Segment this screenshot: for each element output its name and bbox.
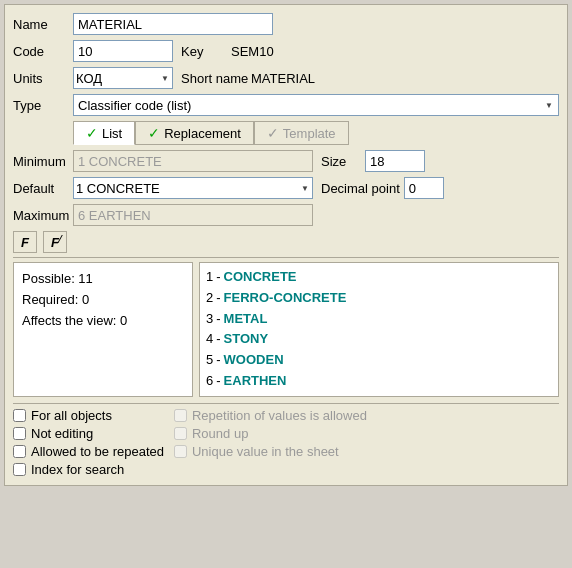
list-check-icon: ✓	[86, 125, 98, 141]
units-select[interactable]: КОД	[73, 67, 173, 89]
checkboxes-section: For all objects Not editing Allowed to b…	[13, 408, 559, 477]
f-button[interactable]: F	[13, 231, 37, 253]
name-row: Name	[13, 13, 559, 35]
checkboxes-right-col: Repetition of values is allowed Round up…	[174, 408, 367, 477]
round-up-row: Round up	[174, 426, 367, 441]
items-list: 1 - CONCRETE 2 - FERRO-CONCRETE 3 - META…	[199, 262, 559, 397]
f-slash-button[interactable]: F⁄	[43, 231, 67, 253]
possible-box: Possible: 11 Required: 0 Affects the vie…	[13, 262, 193, 397]
not-editing-label: Not editing	[31, 426, 93, 441]
tab-replacement-label: Replacement	[164, 126, 241, 141]
repetition-label: Repetition of values is allowed	[192, 408, 367, 423]
short-name-label: Short name	[181, 71, 251, 86]
minimum-row: Minimum Size	[13, 150, 559, 172]
not-editing-row[interactable]: Not editing	[13, 426, 164, 441]
possible-count: Possible: 11	[22, 269, 184, 290]
bottom-section: Possible: 11 Required: 0 Affects the vie…	[13, 262, 559, 397]
maximum-input	[73, 204, 313, 226]
minimum-label: Minimum	[13, 154, 73, 169]
code-label: Code	[13, 44, 73, 59]
required-count: Required: 0	[22, 290, 184, 311]
decimal-point-input[interactable]	[404, 177, 444, 199]
repetition-row: Repetition of values is allowed	[174, 408, 367, 423]
allowed-repeated-checkbox[interactable]	[13, 445, 26, 458]
tab-template-label: Template	[283, 126, 336, 141]
unique-value-checkbox	[174, 445, 187, 458]
index-search-row[interactable]: Index for search	[13, 462, 164, 477]
repetition-checkbox	[174, 409, 187, 422]
tab-list-label: List	[102, 126, 122, 141]
list-item: 4 - STONY	[206, 329, 552, 350]
size-label: Size	[321, 154, 361, 169]
type-label: Type	[13, 98, 73, 113]
unique-value-row: Unique value in the sheet	[174, 444, 367, 459]
default-select[interactable]: 1 CONCRETE	[73, 177, 313, 199]
list-item: 1 - CONCRETE	[206, 267, 552, 288]
list-item: 2 - FERRO-CONCRETE	[206, 288, 552, 309]
minimum-input	[73, 150, 313, 172]
index-search-label: Index for search	[31, 462, 124, 477]
f-slash-icon: F⁄	[51, 235, 59, 250]
template-check-icon: ✓	[267, 125, 279, 141]
units-label: Units	[13, 71, 73, 86]
type-row: Type Classifier code (list)	[13, 94, 559, 116]
default-label: Default	[13, 181, 73, 196]
separator	[13, 257, 559, 258]
main-panel: Name Code Key SEM10 Units КОД Short name…	[4, 4, 568, 486]
not-editing-checkbox[interactable]	[13, 427, 26, 440]
separator-2	[13, 403, 559, 404]
for-all-objects-label: For all objects	[31, 408, 112, 423]
name-input[interactable]	[73, 13, 273, 35]
index-search-checkbox[interactable]	[13, 463, 26, 476]
round-up-label: Round up	[192, 426, 248, 441]
tab-list-button[interactable]: ✓ List	[73, 121, 135, 145]
tab-replacement-button[interactable]: ✓ Replacement	[135, 121, 254, 145]
for-all-objects-checkbox[interactable]	[13, 409, 26, 422]
for-all-objects-row[interactable]: For all objects	[13, 408, 164, 423]
checkboxes-left-col: For all objects Not editing Allowed to b…	[13, 408, 164, 477]
key-label: Key	[181, 44, 231, 59]
f-row: F F⁄	[13, 231, 559, 253]
tab-group: ✓ List ✓ Replacement ✓ Template	[73, 121, 559, 145]
round-up-checkbox	[174, 427, 187, 440]
size-input[interactable]	[365, 150, 425, 172]
default-row: Default 1 CONCRETE Decimal point	[13, 177, 559, 199]
units-row: Units КОД Short name MATERIAL	[13, 67, 559, 89]
name-label: Name	[13, 17, 73, 32]
allowed-repeated-row[interactable]: Allowed to be repeated	[13, 444, 164, 459]
tab-template-button[interactable]: ✓ Template	[254, 121, 349, 145]
list-item: 5 - WOODEN	[206, 350, 552, 371]
decimal-point-label: Decimal point	[321, 181, 400, 196]
maximum-label: Maximum	[13, 208, 73, 223]
code-input[interactable]	[73, 40, 173, 62]
replacement-check-icon: ✓	[148, 125, 160, 141]
code-row: Code Key SEM10	[13, 40, 559, 62]
list-item: 6 - EARTHEN	[206, 371, 552, 392]
allowed-repeated-label: Allowed to be repeated	[31, 444, 164, 459]
list-item: 3 - METAL	[206, 309, 552, 330]
units-select-wrapper: КОД	[73, 67, 173, 89]
maximum-row: Maximum	[13, 204, 559, 226]
short-name-value: MATERIAL	[251, 71, 315, 86]
key-value: SEM10	[231, 44, 274, 59]
default-select-wrapper: 1 CONCRETE	[73, 177, 313, 199]
unique-value-label: Unique value in the sheet	[192, 444, 339, 459]
type-select-wrapper: Classifier code (list)	[73, 94, 559, 116]
type-select[interactable]: Classifier code (list)	[73, 94, 559, 116]
affects-view: Affects the view: 0	[22, 311, 184, 332]
